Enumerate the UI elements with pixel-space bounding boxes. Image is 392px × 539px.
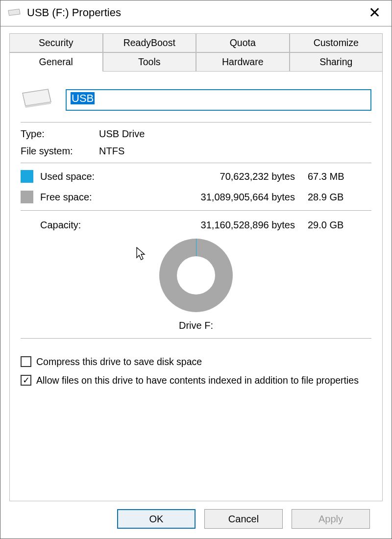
close-button[interactable]: ✕ [365, 5, 385, 20]
used-space-label: Used space: [40, 171, 133, 182]
titlebar: USB (F:) Properties ✕ [0, 0, 392, 26]
free-space-bytes: 31,089,905,664 bytes [133, 192, 308, 203]
drive-name-value: USB [71, 92, 95, 104]
separator [21, 338, 371, 339]
tab-sharing[interactable]: Sharing [290, 52, 383, 72]
type-label: Type: [21, 128, 99, 140]
filesystem-value: NTFS [99, 146, 371, 157]
free-space-human: 28.9 GB [308, 192, 371, 203]
tab-quota[interactable]: Quota [196, 33, 290, 52]
tab-readyboost[interactable]: ReadyBoost [103, 33, 196, 52]
separator [21, 122, 371, 122]
window-title: USB (F:) Properties [27, 6, 121, 19]
pie-chart-label: Drive F: [21, 315, 371, 335]
index-label: Allow files on this drive to have conten… [36, 374, 359, 387]
free-space-label: Free space: [40, 192, 133, 203]
drive-title-icon [7, 8, 21, 17]
separator [21, 163, 371, 163]
used-space-human: 67.3 MB [308, 171, 371, 182]
type-value: USB Drive [99, 128, 371, 140]
separator [21, 210, 371, 211]
button-bar: OK Cancel Apply [9, 501, 383, 539]
free-space-swatch [21, 191, 33, 203]
tab-customize[interactable]: Customize [290, 33, 383, 52]
drive-icon [21, 88, 53, 111]
content-area: Security ReadyBoost Quota Customize Gene… [0, 26, 392, 539]
svg-marker-0 [8, 9, 20, 16]
filesystem-label: File system: [21, 146, 99, 157]
capacity-label: Capacity: [40, 220, 133, 231]
compress-label: Compress this drive to save disk space [36, 355, 202, 368]
tab-hardware[interactable]: Hardware [196, 52, 290, 72]
capacity-pie-chart [159, 239, 233, 312]
apply-button: Apply [292, 509, 370, 529]
tab-security[interactable]: Security [9, 33, 103, 52]
cancel-button[interactable]: Cancel [204, 509, 283, 529]
used-space-swatch [21, 170, 33, 183]
drive-name-input[interactable]: USB [66, 89, 371, 111]
tab-strip: Security ReadyBoost Quota Customize Gene… [9, 33, 383, 72]
tab-general[interactable]: General [9, 52, 103, 72]
capacity-bytes: 31,160,528,896 bytes [133, 220, 308, 231]
index-checkbox[interactable]: ✓ [21, 375, 31, 386]
capacity-human: 29.0 GB [308, 220, 371, 231]
used-space-bytes: 70,623,232 bytes [133, 171, 308, 182]
tab-body-general: USB Type: USB Drive File system: NTFS Us… [9, 72, 383, 501]
tab-tools[interactable]: Tools [103, 52, 196, 72]
ok-button[interactable]: OK [117, 509, 196, 529]
compress-checkbox[interactable] [21, 356, 31, 367]
